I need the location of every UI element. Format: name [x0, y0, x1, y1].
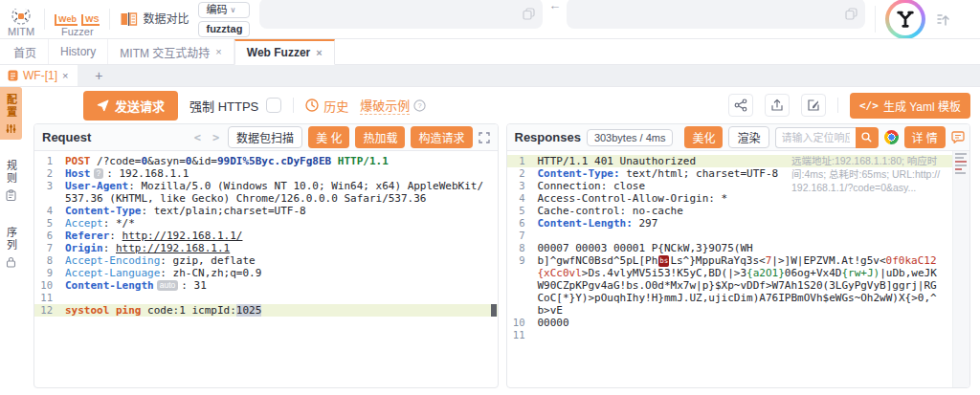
code-line[interactable]: 6Referer: http://192.168.1.1/: [34, 230, 498, 242]
line-number: 6: [34, 230, 65, 242]
fuzzer-content: 发送请求 强制 HTTPS 历史 爆破示例 ?: [22, 87, 980, 394]
yakit-app: MITM Web WS Fuzzer 数据对比 编码 ∨ fuzztag: [0, 0, 980, 395]
close-icon[interactable]: ×: [62, 70, 68, 81]
code-line[interactable]: 7: [507, 230, 970, 242]
divider: [837, 98, 838, 113]
code-line[interactable]: 1000000: [507, 317, 970, 329]
export-button[interactable]: [765, 94, 790, 117]
beautify-request-button[interactable]: 美 化: [308, 126, 349, 148]
render-button[interactable]: 渲染: [728, 126, 768, 148]
next-request-button[interactable]: >: [210, 131, 222, 144]
code-line[interactable]: 10Content-Lengthauto: 31: [34, 279, 498, 292]
search-input[interactable]: [775, 127, 856, 148]
side-tab-sequence[interactable]: 序列: [0, 220, 22, 274]
yakit-logo[interactable]: [885, 0, 925, 39]
generate-yaml-button[interactable]: </> 生成 Yaml 模板: [850, 93, 970, 119]
copy-icon[interactable]: [845, 8, 858, 20]
share-button[interactable]: [728, 94, 753, 117]
expand-icon[interactable]: [479, 132, 490, 143]
line-number: 10: [507, 317, 538, 329]
construct-request-button[interactable]: 构造请求: [411, 126, 472, 148]
request-panel-header: Request < > 数据包扫描 美 化 热加载 构造请求: [34, 124, 498, 151]
codec-input-box[interactable]: [259, 0, 543, 29]
tab-history[interactable]: History: [49, 39, 108, 64]
search-button[interactable]: [856, 127, 879, 148]
tab-web-fuzzer[interactable]: Web Fuzzer×: [234, 39, 335, 65]
tab-label: MITM 交互式劫持: [120, 44, 210, 60]
blast-example-link[interactable]: 爆破示例 ?: [360, 96, 426, 115]
force-https-checkbox[interactable]: [266, 98, 281, 113]
comment-icon[interactable]: [951, 131, 965, 143]
copy-icon[interactable]: [523, 8, 535, 20]
code-line[interactable]: 9Accept-Language: zh-CN,zh;q=0.9: [34, 267, 498, 279]
document-icon: [8, 70, 18, 81]
response-title: Responses: [515, 130, 581, 144]
code-line[interactable]: 6Content-Length: 297: [507, 217, 970, 230]
code-text: Accept-Language: zh-CN,zh;q=0.9: [65, 267, 498, 279]
prev-request-button[interactable]: <: [191, 131, 204, 144]
code-text: User-Agent: Mozilla/5.0 (Windows NT 10.0…: [65, 180, 498, 205]
beautify-response-button[interactable]: 美化: [684, 126, 723, 148]
code-line[interactable]: 800007 00003 00001 P{NCkW,3}9O75(WH: [507, 242, 970, 254]
code-line[interactable]: 2Host?: 192.168.1.1: [34, 167, 498, 180]
code-line[interactable]: 7Origin: http://192.168.1.1: [34, 242, 498, 254]
help-icon: ?: [413, 99, 426, 112]
request-panel: Request < > 数据包扫描 美 化 热加载 构造请求 1POST /?c: [33, 123, 499, 388]
primary-tabbar: 首页HistoryMITM 交互式劫持×Web Fuzzer×: [0, 39, 980, 65]
nav-fuzzer[interactable]: Web WS Fuzzer: [55, 0, 100, 38]
send-request-button[interactable]: 发送请求: [83, 91, 178, 121]
code-line[interactable]: 12systool ping code:1 icmpId:1025: [34, 304, 498, 317]
line-number: 2: [507, 167, 538, 180]
code-line[interactable]: 3User-Agent: Mozilla/5.0 (Windows NT 10.…: [34, 180, 498, 205]
code-line[interactable]: 9b]^gwfNC0Bsd^5pL[PhbsLs^}MppuRaYq3s<7|>…: [507, 254, 970, 317]
line-number: 1: [507, 155, 538, 167]
line-number: 7: [34, 242, 65, 254]
line-number: 7: [507, 230, 538, 242]
chrome-icon[interactable]: [884, 130, 899, 144]
clipboard-icon: [6, 189, 16, 201]
send-icon: [97, 99, 109, 112]
response-editor[interactable]: 1HTTP/1.1 401 Unauthorized2Content-Type:…: [507, 151, 970, 387]
details-button[interactable]: 详 情: [904, 126, 946, 148]
code-line[interactable]: 1POST /?code=0&asyn=0&id=99DI%5Byc.cDyFg…: [34, 155, 498, 167]
yaml-label: 生成 Yaml 模板: [883, 98, 961, 114]
new-tab-button[interactable]: +: [78, 65, 120, 86]
side-tab-rules[interactable]: 规则: [0, 153, 22, 207]
line-number: 11: [34, 292, 65, 304]
code-text: POST /?code=0&asyn=0&id=99DI%5Byc.cDyFg8…: [65, 155, 498, 167]
side-tab-config[interactable]: 配置: [0, 87, 22, 140]
divider: [44, 9, 45, 30]
code-line[interactable]: 5Cache-control: no-cache: [507, 205, 970, 217]
code-line[interactable]: 11: [507, 329, 970, 341]
nav-mitm[interactable]: MITM: [8, 0, 34, 38]
tab-home[interactable]: 首页: [2, 39, 49, 64]
sliders-icon: [6, 123, 16, 134]
code-text: 00000: [538, 317, 970, 329]
tab-wf-1[interactable]: WF-[1] ×: [0, 65, 78, 86]
hot-reload-button[interactable]: 热加载: [355, 126, 405, 148]
nav-data-compare[interactable]: 数据对比: [120, 0, 189, 38]
send-label: 发送请求: [115, 97, 165, 115]
response-latency-annotation: 远端地址:192.168.1.1:80; 响应时间:4ms; 总耗时:65ms;…: [791, 154, 945, 194]
minimap[interactable]: [952, 151, 969, 387]
code-line[interactable]: 4Content-Type: text/plain;charset=UTF-8: [34, 205, 498, 217]
close-icon[interactable]: ×: [316, 47, 322, 58]
close-icon[interactable]: ×: [215, 46, 221, 57]
packet-scan-button[interactable]: 数据包扫描: [228, 126, 302, 148]
history-button[interactable]: 历史: [305, 97, 348, 115]
response-search: [775, 127, 879, 148]
encode-dropdown[interactable]: 编码 ∨: [198, 2, 250, 18]
code-line[interactable]: 5Accept: */*: [34, 217, 498, 230]
upload-icon[interactable]: [935, 11, 952, 28]
code-line[interactable]: 11: [34, 292, 498, 304]
code-text: Accept-Encoding: gzip, deflate: [65, 254, 498, 267]
codec-output-box[interactable]: [567, 0, 865, 29]
fuzztag-button[interactable]: fuzztag: [198, 21, 250, 37]
code-line[interactable]: 8Accept-Encoding: gzip, deflate: [34, 254, 498, 267]
code-text: Referer: http://192.168.1.1/: [65, 230, 498, 242]
main-area: 配置规则序列 发送请求 强制 HTTPS: [0, 87, 980, 394]
edit-button[interactable]: [801, 94, 826, 117]
code-text: Host?: 192.168.1.1: [65, 167, 498, 180]
tab-mitm-hijack[interactable]: MITM 交互式劫持×: [108, 39, 234, 64]
request-editor[interactable]: 1POST /?code=0&asyn=0&id=99DI%5Byc.cDyFg…: [34, 151, 498, 387]
